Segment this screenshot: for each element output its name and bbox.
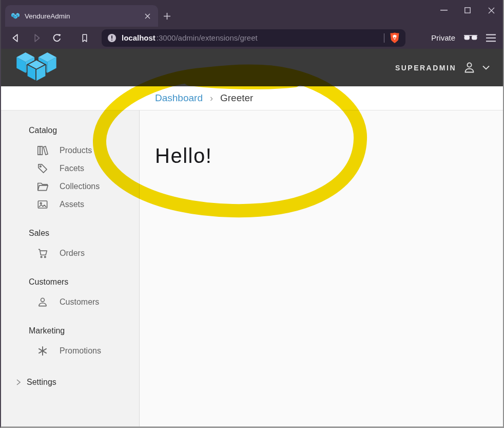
- maximize-button[interactable]: [456, 0, 479, 21]
- section-label: Marketing: [29, 326, 139, 338]
- asterisk-icon: [36, 344, 49, 358]
- back-button[interactable]: [9, 31, 23, 45]
- image-icon: [36, 198, 49, 211]
- vendure-favicon-icon: [11, 13, 20, 20]
- user-icon: [36, 295, 49, 309]
- sidebar: Catalog Products: [1, 110, 140, 427]
- section-label: Catalog: [29, 126, 139, 137]
- sidebar-section-catalog: Catalog Products: [1, 126, 139, 213]
- tag-icon: [36, 162, 49, 175]
- section-label: Sales: [29, 229, 139, 240]
- new-tab-button[interactable]: [158, 5, 176, 27]
- sidebar-item-products[interactable]: Products: [1, 141, 139, 159]
- breadcrumb-separator: ›: [210, 93, 213, 104]
- sidebar-item-facets[interactable]: Facets: [1, 159, 139, 177]
- folder-icon: [36, 180, 49, 193]
- sidebar-item-customers[interactable]: Customers: [1, 293, 139, 311]
- toolbar-right-cluster: Private: [431, 33, 496, 42]
- user-icon: [462, 61, 476, 75]
- sidebar-item-assets[interactable]: Assets: [1, 195, 139, 213]
- breadcrumb-dashboard-link[interactable]: Dashboard: [155, 92, 203, 104]
- forward-button[interactable]: [30, 31, 43, 45]
- minimize-button[interactable]: [432, 0, 456, 21]
- tab-strip: VendureAdmin: [1, 0, 503, 27]
- sidebar-item-label: Customers: [60, 297, 99, 307]
- breadcrumb-current: Greeter: [220, 92, 253, 104]
- private-window-label: Private: [431, 33, 455, 42]
- vendure-logo-icon[interactable]: [16, 52, 56, 83]
- sidebar-item-collections[interactable]: Collections: [1, 177, 139, 195]
- user-menu[interactable]: SUPERADMIN: [395, 61, 490, 75]
- greeting-text: Hello!: [155, 144, 503, 168]
- brave-shield-icon[interactable]: [389, 32, 400, 44]
- browser-window: VendureAdmin: [0, 0, 504, 428]
- cart-icon: [36, 247, 49, 260]
- window-controls: [432, 0, 503, 21]
- section-label: Customers: [29, 277, 139, 289]
- sidebar-item-label: Collections: [60, 182, 100, 191]
- reload-button[interactable]: [50, 31, 64, 45]
- browser-tab[interactable]: VendureAdmin: [5, 5, 158, 27]
- url-bar[interactable]: localhost :3000/admin/extensions/greet: [102, 29, 405, 47]
- sidebar-item-label: Orders: [60, 249, 85, 258]
- sidebar-item-settings[interactable]: Settings: [1, 376, 139, 388]
- site-info-icon[interactable]: [107, 33, 117, 43]
- chevron-right-icon: [15, 379, 22, 386]
- main-content: Hello!: [140, 110, 503, 427]
- sidebar-item-label: Facets: [60, 164, 84, 173]
- menu-icon[interactable]: [486, 34, 496, 42]
- sidebar-item-label: Promotions: [60, 346, 101, 356]
- sidebar-item-promotions[interactable]: Promotions: [1, 342, 139, 360]
- sunglasses-icon: [463, 35, 478, 41]
- bookmark-icon[interactable]: [78, 31, 91, 45]
- browser-toolbar: localhost :3000/admin/extensions/greet P…: [1, 27, 503, 49]
- url-host: localhost: [122, 33, 156, 42]
- chevron-down-icon: [482, 65, 490, 70]
- url-path: :3000/admin/extensions/greet: [157, 33, 379, 42]
- user-name: SUPERADMIN: [395, 64, 456, 72]
- sidebar-item-label: Assets: [60, 200, 84, 209]
- close-window-button[interactable]: [479, 0, 503, 21]
- tab-close-icon[interactable]: [142, 10, 153, 22]
- sidebar-item-label: Products: [60, 146, 92, 155]
- settings-label: Settings: [27, 378, 56, 387]
- app-header: SUPERADMIN: [1, 49, 503, 86]
- breadcrumb: Dashboard › Greeter: [1, 86, 503, 110]
- tab-title: VendureAdmin: [25, 12, 137, 20]
- sidebar-section-customers: Customers Customers: [1, 277, 139, 311]
- sidebar-item-orders[interactable]: Orders: [1, 244, 139, 262]
- sidebar-section-marketing: Marketing Promotions: [1, 326, 139, 360]
- sidebar-section-sales: Sales Orders: [1, 229, 139, 262]
- url-divider: [384, 33, 384, 43]
- library-icon: [36, 144, 49, 157]
